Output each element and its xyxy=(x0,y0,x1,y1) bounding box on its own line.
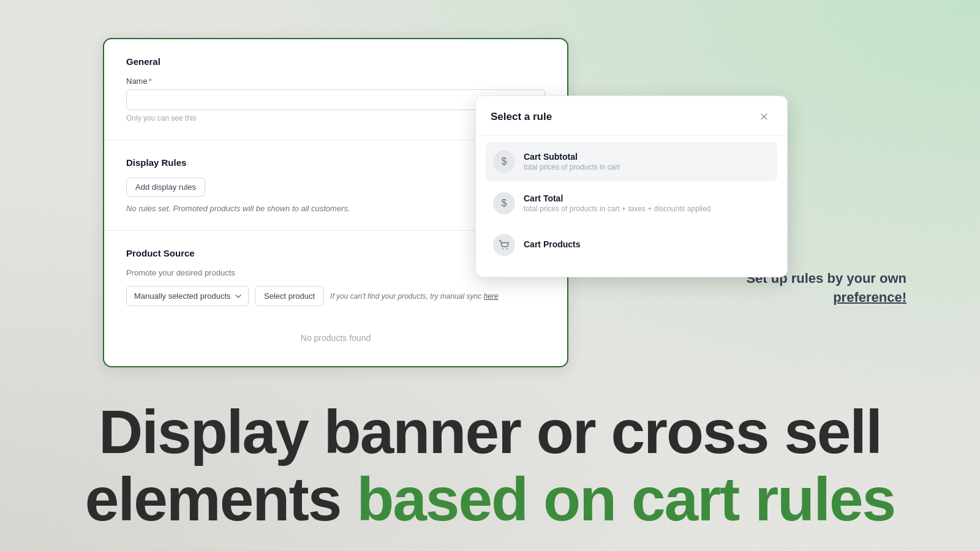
rule-item-cart-subtotal[interactable]: $ Cart Subtotal total prices of products… xyxy=(486,142,777,181)
rule-item-cart-total[interactable]: $ Cart Total total prices of products in… xyxy=(486,184,777,223)
rule-info-cart-products: Cart Products xyxy=(524,239,770,250)
modal-header: Select a rule ✕ xyxy=(476,96,787,136)
rule-icon-dollar-2: $ xyxy=(493,192,515,214)
rule-item-cart-products[interactable]: Cart Products xyxy=(486,225,777,264)
select-product-button[interactable]: Select product xyxy=(255,286,324,306)
svg-point-0 xyxy=(502,248,503,249)
modal-body: $ Cart Subtotal total prices of products… xyxy=(476,136,787,277)
rule-icon-cart xyxy=(493,234,515,256)
bottom-line2-green: based on cart rules xyxy=(356,465,895,533)
close-icon: ✕ xyxy=(760,110,769,124)
modal-close-button[interactable]: ✕ xyxy=(755,108,772,126)
add-display-rules-button[interactable]: Add display rules xyxy=(126,178,205,197)
no-products-text: No products found xyxy=(126,321,545,349)
modal-title: Select a rule xyxy=(491,111,552,123)
name-label: Name* xyxy=(126,77,545,86)
product-source-dropdown[interactable]: Manually selected products xyxy=(126,286,249,306)
general-title: General xyxy=(126,56,545,67)
sync-link[interactable]: here xyxy=(484,292,499,301)
required-star: * xyxy=(149,77,152,86)
bottom-line1: Display banner or cross sell xyxy=(37,398,943,465)
bottom-text: Display banner or cross sell elements ba… xyxy=(0,398,980,533)
rule-info-cart-subtotal: Cart Subtotal total prices of products i… xyxy=(524,152,770,171)
tagline-line2: preference! xyxy=(746,288,907,307)
product-source-row: Manually selected products Select produc… xyxy=(126,286,545,306)
rule-modal: Select a rule ✕ $ Cart Subtotal total pr… xyxy=(475,96,788,277)
rule-icon-dollar-1: $ xyxy=(493,151,515,173)
bottom-line2-black: elements xyxy=(85,465,341,533)
bottom-line2: elements based on cart rules xyxy=(37,465,943,533)
svg-point-1 xyxy=(507,248,508,249)
rule-info-cart-total: Cart Total total prices of products in c… xyxy=(524,193,770,213)
sync-text: If you can't find your products, try man… xyxy=(330,292,498,301)
